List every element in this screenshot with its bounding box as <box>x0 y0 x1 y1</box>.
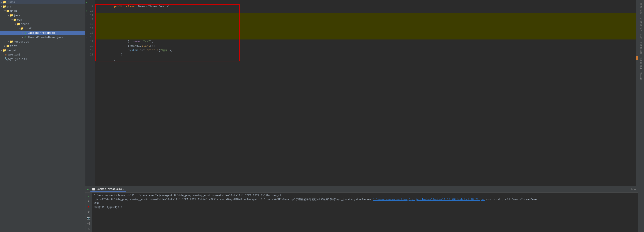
folder-icon: 📁 <box>3 1 6 4</box>
tree-label: main <box>10 10 17 13</box>
tree-label: java <box>14 14 20 17</box>
main-panel: ▶8 9 ▶10 ◯11 12 13 14 15 ◯16 17 18 19 <box>86 0 638 232</box>
settings-button[interactable]: ⚙ <box>631 187 632 191</box>
run-sidebar: ↺ ▲ ■ ▼ 📷 →| 🖨 <box>86 193 92 232</box>
line-numbers: ▶8 9 ▶10 ◯11 12 13 14 15 ◯16 17 18 19 <box>86 0 95 186</box>
folder-icon: 📁 <box>17 22 20 26</box>
output-line-4: 让我们来一起学习吧！！！ <box>94 205 636 209</box>
xml-icon: m <box>4 53 8 56</box>
tree-resources[interactable]: ▶ 📁 resources <box>0 40 85 44</box>
code-line-12: System.out.println("让我们来一起学习吧！！！"); <box>95 18 638 22</box>
tree-label: TheardCreateDemo.java <box>28 36 64 39</box>
plantuml-tool[interactable]: PlantUML <box>639 56 643 71</box>
folder-icon: 📁 <box>6 9 10 13</box>
code-line-13: while (true){ <box>95 22 638 26</box>
run-panel: ▶ ⬜ DaemonThreadDemo ✕ ⚙ — ↺ ▲ ■ ▼ 📷 →| … <box>86 186 638 232</box>
tree-label: src <box>6 5 12 8</box>
tab-close-button[interactable]: ✕ <box>123 188 124 190</box>
tree-idea[interactable]: ▶ 📁 .idea <box>0 0 85 5</box>
folder-icon: 📁 <box>13 18 17 22</box>
run-tab-label: DaemonThreadDemo <box>96 188 122 191</box>
tree-target[interactable]: ▶ 📁 target <box>0 48 85 53</box>
tree-label: juc01 <box>24 27 33 30</box>
tree-daemon[interactable]: ▶ ⚙ DaemonThreadDemo <box>0 31 85 35</box>
tree-label: pom.xml <box>8 53 20 56</box>
tree-label: DaemonThreadDemo <box>28 31 55 35</box>
java-run-icon: ⚙ <box>24 31 27 35</box>
tree-java[interactable]: ▼ 📁 java <box>0 13 85 18</box>
code-lines[interactable]: public class DaemonThreadDemo { public s… <box>95 0 638 186</box>
folder-icon: 📁 <box>3 49 6 52</box>
scroll-thumb <box>636 56 638 60</box>
arrow-icon: ▼ <box>8 14 9 17</box>
folder-icon: 📁 <box>20 27 24 30</box>
folder-icon: 📁 <box>3 5 6 8</box>
run-toolbar: ⚙ — <box>631 187 636 191</box>
code-line-17: theard1.start(); <box>95 40 638 44</box>
tree-test[interactable]: ▶ 📁 test <box>0 44 85 48</box>
tree-label: .idea <box>6 1 15 4</box>
tree-label: target <box>6 49 17 52</box>
code-line-16: }, name: "aa"); <box>95 35 638 40</box>
editor[interactable]: ▶8 9 ▶10 ◯11 12 13 14 15 ◯16 17 18 19 <box>86 0 638 186</box>
tree-com[interactable]: ▼ 📁 com <box>0 18 85 22</box>
right-tools-panel: Explorer JClasslib Ant Database PlantUML… <box>638 0 644 232</box>
code-line-19: } <box>95 48 638 53</box>
run-body: ↺ ▲ ■ ▼ 📷 →| 🖨 D:\environment\Java\jdk11… <box>86 193 638 232</box>
tree-label: wyh_juc.iml <box>8 58 27 61</box>
code-line-14 <box>95 26 638 31</box>
arrow-icon: ▼ <box>18 28 20 30</box>
run-output[interactable]: D:\environment\Java\jdk11\bin\java.exe "… <box>92 193 638 232</box>
code-line-18: System.out.println("结束"); <box>95 44 638 48</box>
tree-label: resources <box>14 40 29 43</box>
jclasslib-tool[interactable]: JClasslib <box>639 16 643 33</box>
tree-label: crush <box>20 23 29 26</box>
folder-icon: 📁 <box>10 14 13 17</box>
tree-juc01[interactable]: ▼ 📁 juc01 <box>0 26 85 31</box>
arrow-icon: ▶ <box>1 1 2 4</box>
scroll-up-button[interactable]: ▲ <box>86 199 91 203</box>
scroll-down-button[interactable]: ▼ <box>86 210 91 214</box>
tree-src[interactable]: ▼ 📁 src <box>0 5 85 9</box>
arrow-icon: ▶ <box>1 49 2 52</box>
sidebar: ▶ 📁 .idea ▼ 📁 src ▼ 📁 main ▼ 📁 java ▼ 📁 … <box>0 0 86 232</box>
code-line-9 <box>95 5 638 9</box>
minimize-button[interactable]: — <box>634 188 636 191</box>
tree-pom[interactable]: m pom.xml <box>0 53 85 57</box>
code-line-20: } <box>95 53 638 57</box>
tab-java-icon: ⬜ <box>92 188 95 190</box>
arrow-icon: ▼ <box>4 10 6 12</box>
tree-theard[interactable]: ▶ ⚙ TheardCreateDemo.java <box>0 35 85 40</box>
stop-button[interactable]: ■ <box>86 205 91 209</box>
run-header: ▶ ⬜ DaemonThreadDemo ✕ ⚙ — <box>86 186 638 193</box>
explorer-tool[interactable]: Explorer <box>639 1 643 16</box>
tree-label: com <box>17 18 22 22</box>
arrow-icon: ▼ <box>15 23 16 26</box>
tree-label: test <box>10 45 17 48</box>
ant-tool[interactable]: Ant <box>639 33 643 40</box>
screenshot-button[interactable]: 📷 <box>86 216 91 220</box>
tree-crush[interactable]: ▼ 📁 crush <box>0 22 85 26</box>
arrow-icon: ▼ <box>1 6 2 8</box>
arrow-icon: ▶ <box>22 36 23 39</box>
maven-tool[interactable]: Maven <box>639 71 643 81</box>
forward-button[interactable]: →| <box>86 221 91 225</box>
run-tab-daemon[interactable]: ⬜ DaemonThreadDemo ✕ <box>90 187 126 192</box>
lombok-link[interactable]: E:\maven\maven_work\org\projectlombok\lo… <box>373 198 485 201</box>
scroll-indicator <box>636 0 638 186</box>
code-line-15: } <box>95 31 638 35</box>
rerun-button[interactable]: ↺ <box>86 194 91 198</box>
database-tool[interactable]: Database <box>639 40 643 56</box>
arrow-icon: ▼ <box>12 19 13 21</box>
run-icon: ▶ <box>87 188 89 191</box>
tree-main[interactable]: ▼ 📁 main <box>0 9 85 13</box>
code-line-8: public class DaemonThreadDemo { <box>95 0 638 5</box>
code-line-11: Thread theard1 = new Thread(() -> { <box>95 13 638 18</box>
tree-iml[interactable]: 🔧 wyh_juc.iml <box>0 57 85 61</box>
arrow-icon: ▶ <box>8 40 9 43</box>
java-icon: ⚙ <box>24 36 27 39</box>
print-button[interactable]: 🖨 <box>86 227 91 231</box>
arrow-icon: ▶ <box>22 32 23 34</box>
folder-icon: 📁 <box>6 44 10 48</box>
arrow-icon: ▶ <box>4 45 6 47</box>
